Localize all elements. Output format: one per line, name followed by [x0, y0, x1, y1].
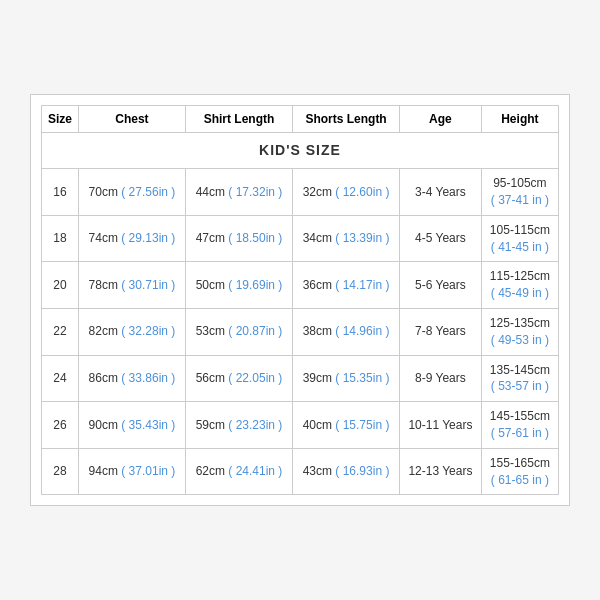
- cell-shirt-length: 44cm ( 17.32in ): [185, 169, 292, 216]
- col-size: Size: [42, 105, 79, 132]
- cell-height: 115-125cm( 45-49 in ): [481, 262, 558, 309]
- table-title: KID'S SIZE: [42, 132, 559, 169]
- cell-age: 8-9 Years: [400, 355, 482, 402]
- cell-age: 4-5 Years: [400, 215, 482, 262]
- cell-shorts-length: 36cm ( 14.17in ): [293, 262, 400, 309]
- table-row: 28 94cm ( 37.01in ) 62cm ( 24.41in ) 43c…: [42, 448, 559, 495]
- cell-chest: 90cm ( 35.43in ): [78, 402, 185, 449]
- cell-shorts-length: 38cm ( 14.96in ): [293, 309, 400, 356]
- cell-size: 18: [42, 215, 79, 262]
- table-row: 16 70cm ( 27.56in ) 44cm ( 17.32in ) 32c…: [42, 169, 559, 216]
- cell-size: 20: [42, 262, 79, 309]
- cell-shirt-length: 50cm ( 19.69in ): [185, 262, 292, 309]
- cell-height: 135-145cm( 53-57 in ): [481, 355, 558, 402]
- cell-size: 22: [42, 309, 79, 356]
- cell-height: 145-155cm( 57-61 in ): [481, 402, 558, 449]
- cell-size: 24: [42, 355, 79, 402]
- table-body: 16 70cm ( 27.56in ) 44cm ( 17.32in ) 32c…: [42, 169, 559, 495]
- table-row: 26 90cm ( 35.43in ) 59cm ( 23.23in ) 40c…: [42, 402, 559, 449]
- col-chest: Chest: [78, 105, 185, 132]
- cell-chest: 82cm ( 32.28in ): [78, 309, 185, 356]
- cell-chest: 78cm ( 30.71in ): [78, 262, 185, 309]
- col-shorts-length: Shorts Length: [293, 105, 400, 132]
- cell-chest: 94cm ( 37.01in ): [78, 448, 185, 495]
- cell-size: 16: [42, 169, 79, 216]
- cell-shorts-length: 39cm ( 15.35in ): [293, 355, 400, 402]
- size-chart-table: KID'S SIZE Size Chest Shirt Length Short…: [41, 105, 559, 496]
- cell-chest: 70cm ( 27.56in ): [78, 169, 185, 216]
- cell-size: 26: [42, 402, 79, 449]
- cell-chest: 86cm ( 33.86in ): [78, 355, 185, 402]
- size-chart-wrapper: KID'S SIZE Size Chest Shirt Length Short…: [30, 94, 570, 507]
- cell-shirt-length: 62cm ( 24.41in ): [185, 448, 292, 495]
- col-height: Height: [481, 105, 558, 132]
- cell-shorts-length: 34cm ( 13.39in ): [293, 215, 400, 262]
- cell-age: 7-8 Years: [400, 309, 482, 356]
- cell-age: 12-13 Years: [400, 448, 482, 495]
- cell-shorts-length: 40cm ( 15.75in ): [293, 402, 400, 449]
- cell-shirt-length: 53cm ( 20.87in ): [185, 309, 292, 356]
- cell-age: 5-6 Years: [400, 262, 482, 309]
- cell-height: 125-135cm( 49-53 in ): [481, 309, 558, 356]
- cell-size: 28: [42, 448, 79, 495]
- title-row: KID'S SIZE: [42, 132, 559, 169]
- col-shirt-length: Shirt Length: [185, 105, 292, 132]
- col-age: Age: [400, 105, 482, 132]
- table-row: 18 74cm ( 29.13in ) 47cm ( 18.50in ) 34c…: [42, 215, 559, 262]
- cell-height: 95-105cm( 37-41 in ): [481, 169, 558, 216]
- cell-height: 105-115cm( 41-45 in ): [481, 215, 558, 262]
- cell-shirt-length: 47cm ( 18.50in ): [185, 215, 292, 262]
- table-header: Size Chest Shirt Length Shorts Length Ag…: [42, 105, 559, 132]
- cell-height: 155-165cm( 61-65 in ): [481, 448, 558, 495]
- cell-shorts-length: 32cm ( 12.60in ): [293, 169, 400, 216]
- table-row: 20 78cm ( 30.71in ) 50cm ( 19.69in ) 36c…: [42, 262, 559, 309]
- table-row: 24 86cm ( 33.86in ) 56cm ( 22.05in ) 39c…: [42, 355, 559, 402]
- table-row: 22 82cm ( 32.28in ) 53cm ( 20.87in ) 38c…: [42, 309, 559, 356]
- cell-chest: 74cm ( 29.13in ): [78, 215, 185, 262]
- cell-age: 10-11 Years: [400, 402, 482, 449]
- header-row: Size Chest Shirt Length Shorts Length Ag…: [42, 105, 559, 132]
- cell-shirt-length: 59cm ( 23.23in ): [185, 402, 292, 449]
- cell-age: 3-4 Years: [400, 169, 482, 216]
- cell-shirt-length: 56cm ( 22.05in ): [185, 355, 292, 402]
- cell-shorts-length: 43cm ( 16.93in ): [293, 448, 400, 495]
